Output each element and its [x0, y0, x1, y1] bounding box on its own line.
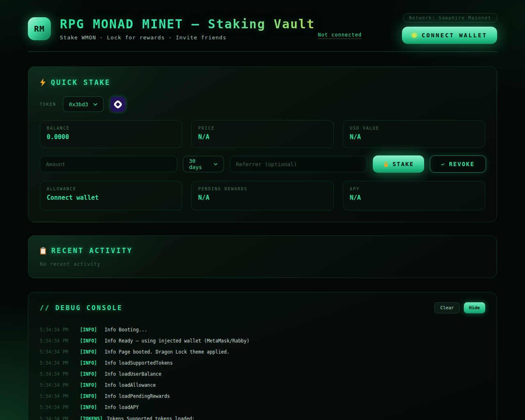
log-line: 5:34:34 PM [INFO] Info Booting...	[40, 327, 485, 332]
recent-activity-title-row: RECENT ACTIVITY	[40, 247, 485, 255]
debug-console-actions: Clear Hide	[434, 302, 485, 313]
log-message: Info loadPendingRewards	[105, 394, 170, 399]
network-badge: Network: Sapphire Mainnet	[403, 13, 497, 23]
log-message: Info loadUserBalance	[105, 372, 161, 377]
log-level-badge: [INFO]	[80, 372, 100, 377]
recent-activity-title: RECENT ACTIVITY	[51, 247, 133, 255]
lock-duration-value: 30 days	[189, 158, 209, 170]
revoke-button-label: REVOKE	[449, 161, 475, 167]
log-level-badge: [TOKENS]	[80, 416, 103, 420]
page-container: RM RPG MONAD MINET — Staking Vault Stake…	[28, 0, 497, 420]
apy-card: APY N/A	[343, 181, 485, 210]
allowance-card: ALLOWANCE Connect wallet	[40, 181, 182, 210]
price-card: PRICE N/A	[191, 120, 333, 148]
log-timestamp: 5:34:34 PM	[40, 361, 80, 365]
token-select[interactable]: 0x3bd3	[63, 96, 104, 112]
stake-button-label: STAKE	[393, 161, 414, 167]
price-value: N/A	[198, 133, 326, 141]
log-area: 5:34:34 PM [INFO] Info Booting... 5:34:3…	[40, 327, 485, 420]
log-message-block: Tokens Supported tokens loaded: ["0x3bd3…	[107, 416, 468, 420]
debug-console-panel: // DEBUG CONSOLE Clear Hide 5:34:34 PM […	[28, 292, 497, 420]
log-line: 5:34:34 PM [INFO] Info Ready — using inj…	[40, 338, 485, 343]
recent-activity-empty: No recent activity	[40, 261, 485, 267]
log-timestamp: 5:34:34 PM	[40, 349, 80, 354]
token-label: TOKEN	[40, 102, 56, 107]
page-title: RPG MONAD MINET — Staking Vault	[60, 17, 318, 31]
log-line: 5:34:34 PM [INFO] Info loadAPY	[40, 405, 485, 410]
log-timestamp: 5:34:34 PM	[40, 416, 80, 420]
pending-rewards-value: N/A	[198, 194, 326, 201]
debug-console-title: // DEBUG CONSOLE	[40, 304, 123, 312]
log-line: 5:34:34 PM [INFO] Info Page booted. Drag…	[40, 349, 485, 354]
log-timestamp: 5:34:34 PM	[40, 394, 80, 399]
allowance-label: ALLOWANCE	[47, 187, 175, 191]
log-message: Info loadAPY	[105, 405, 139, 410]
quick-stake-panel: QUICK STAKE TOKEN 0x3bd3 BALANCE 0.0000	[28, 66, 497, 222]
app-header: RM RPG MONAD MINET — Staking Vault Stake…	[28, 0, 497, 52]
revoke-button[interactable]: ↩ REVOKE	[430, 155, 486, 173]
log-level-badge: [INFO]	[80, 327, 100, 332]
connection-status[interactable]: Not connected	[318, 32, 362, 39]
token-monad-icon	[110, 97, 126, 112]
log-level-badge: [INFO]	[80, 338, 100, 343]
usd-value-card: USD VALUE N/A	[343, 120, 485, 148]
log-level-badge: [INFO]	[80, 394, 100, 399]
page-subtitle: Stake WMON · Lock for rewards · Invite f…	[60, 34, 318, 41]
apy-value: N/A	[350, 194, 478, 201]
pending-rewards-card: PENDING REWARDS N/A	[191, 181, 333, 210]
usd-value-value: N/A	[350, 133, 478, 141]
quick-stake-title-row: QUICK STAKE	[40, 78, 485, 87]
stats-top-row: BALANCE 0.0000 PRICE N/A USD VALUE N/A	[40, 120, 485, 148]
balance-label: BALANCE	[47, 126, 175, 130]
log-level-badge: [INFO]	[80, 405, 100, 410]
status-dot-icon	[412, 33, 417, 38]
amount-input[interactable]	[40, 156, 177, 172]
recent-activity-panel: RECENT ACTIVITY No recent activity	[28, 235, 497, 278]
log-line: 5:34:34 PM [INFO] Info loadAllowance	[40, 383, 485, 388]
lock-duration-select[interactable]: 30 days	[183, 156, 224, 172]
log-timestamp: 5:34:34 PM	[40, 327, 80, 332]
stats-bottom-row: ALLOWANCE Connect wallet PENDING REWARDS…	[40, 181, 485, 210]
log-message: Info Booting...	[105, 327, 147, 332]
log-message: Info loadSupportedTokens	[105, 361, 173, 365]
log-message: Info Ready — using injected wallet (Meta…	[105, 338, 249, 343]
log-line: 5:34:34 PM [INFO] Info loadUserBalance	[40, 372, 485, 377]
log-timestamp: 5:34:34 PM	[40, 338, 80, 343]
log-line: 5:34:34 PM [INFO] Info loadSupportedToke…	[40, 361, 485, 365]
referrer-input[interactable]	[230, 156, 367, 172]
chevron-down-icon	[93, 103, 98, 106]
app-logo: RM	[28, 17, 51, 40]
quick-stake-title: QUICK STAKE	[51, 78, 111, 87]
log-level-badge: [INFO]	[80, 383, 100, 388]
connect-wallet-label: CONNECT WALLET	[422, 32, 487, 39]
balance-value: 0.0000	[47, 133, 175, 141]
token-select-value: 0x3bd3	[69, 101, 88, 107]
log-message: Info Page booted. Dragon Lock theme appl…	[105, 349, 230, 354]
log-message: Info loadAllowance	[105, 383, 156, 388]
log-line: 5:34:34 PM [INFO] Info loadPendingReward…	[40, 394, 485, 399]
log-timestamp: 5:34:34 PM	[40, 405, 80, 410]
log-level-badge: [INFO]	[80, 349, 100, 354]
balance-card: BALANCE 0.0000	[40, 120, 182, 148]
title-block: RPG MONAD MINET — Staking Vault Stake WM…	[60, 17, 318, 41]
hide-button[interactable]: Hide	[464, 302, 486, 313]
log-level-badge: [INFO]	[80, 361, 100, 365]
token-row: TOKEN 0x3bd3	[40, 96, 485, 112]
allowance-value: Connect wallet	[47, 194, 175, 201]
lightning-icon	[40, 78, 46, 87]
stake-button[interactable]: STAKE	[373, 155, 424, 173]
clipboard-icon	[40, 247, 46, 255]
pending-rewards-label: PENDING REWARDS	[198, 187, 326, 191]
revoke-arrow-icon: ↩	[441, 161, 445, 167]
stake-action-row: 30 days STAKE ↩ REVOKE	[40, 155, 485, 173]
log-line: 5:34:34 PM [TOKENS] Tokens Supported tok…	[40, 416, 485, 420]
apy-label: APY	[350, 187, 478, 191]
connect-wallet-button[interactable]: CONNECT WALLET	[402, 27, 497, 44]
lock-icon	[383, 161, 389, 167]
price-label: PRICE	[198, 126, 326, 130]
log-timestamp: 5:34:34 PM	[40, 372, 80, 377]
clear-button[interactable]: Clear	[434, 302, 459, 313]
header-right: Network: Sapphire Mainnet Not connected …	[318, 13, 497, 44]
chevron-down-icon	[214, 163, 218, 166]
log-timestamp: 5:34:34 PM	[40, 383, 80, 388]
